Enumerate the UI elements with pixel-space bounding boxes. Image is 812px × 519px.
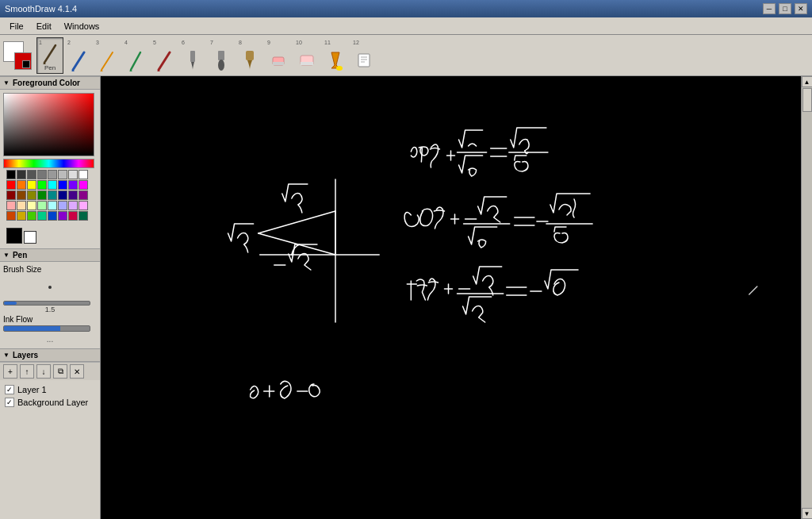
swatch-burnt-orange[interactable] <box>6 211 16 221</box>
swatch-mid-gray[interactable] <box>37 170 47 179</box>
swatch-dark-green[interactable] <box>37 190 47 200</box>
tool-pen-3[interactable]: 3 <box>94 37 121 74</box>
swatch-lime[interactable] <box>27 211 36 221</box>
swatch-red[interactable] <box>6 180 16 190</box>
eraser-icon <box>296 49 318 71</box>
maximize-button[interactable]: □ <box>779 3 791 14</box>
swatch-forest-green[interactable] <box>79 211 88 221</box>
brush-size-track[interactable] <box>3 301 90 306</box>
add-layer-button[interactable]: + <box>3 364 17 379</box>
swatch-dark-gray[interactable] <box>17 170 26 179</box>
ink-flow-bar[interactable] <box>3 325 90 332</box>
drawing-canvas[interactable] <box>101 76 801 519</box>
layer-1-checkbox[interactable]: ✓ <box>5 385 14 394</box>
tool-pen-7[interactable]: 7 <box>208 37 235 74</box>
swatch-pastel-magenta[interactable] <box>79 201 88 210</box>
layer-bg-checkbox[interactable]: ✓ <box>5 398 14 407</box>
color-swatch-display[interactable] <box>3 41 32 70</box>
swatch-cyan[interactable] <box>48 180 57 190</box>
layers-list: ✓ Layer 1 ✓ Background Layer <box>0 380 100 519</box>
tool-pen-6[interactable]: 6 <box>179 37 206 74</box>
swatch-dark-blue[interactable] <box>58 190 67 200</box>
brush-dot <box>48 286 52 289</box>
minimize-button[interactable]: ─ <box>763 3 776 14</box>
menu-file[interactable]: File <box>3 20 30 33</box>
swatch-dark-cyan[interactable] <box>48 190 57 200</box>
swatch-dark-yellow[interactable] <box>27 190 36 200</box>
swatch-dark-violet[interactable] <box>68 190 78 200</box>
swatch-light-gray[interactable] <box>48 170 57 179</box>
tool-pen-9[interactable]: 9 <box>265 37 292 74</box>
swatch-blue[interactable] <box>58 180 67 190</box>
swatch-yellow[interactable] <box>27 180 36 190</box>
swatch-lighter-gray[interactable] <box>58 170 67 179</box>
swatch-pastel-yellow[interactable] <box>27 201 36 210</box>
pen-controls: Brush Size 1.5 Ink Flow ... <box>0 262 100 348</box>
move-layer-up-button[interactable]: ↑ <box>20 364 34 379</box>
svg-rect-13 <box>246 51 254 60</box>
layer-item-1[interactable]: ✓ Layer 1 <box>3 383 97 396</box>
main-area: ▼ Foreground Color <box>0 76 812 519</box>
more-options-button[interactable]: ... <box>3 333 97 345</box>
tool-eraser[interactable]: 10 <box>293 37 320 74</box>
swatch-dark-magenta[interactable] <box>79 190 88 200</box>
swatch-magenta[interactable] <box>79 180 88 190</box>
swatch-near-white[interactable] <box>68 170 78 179</box>
foreground-section-header[interactable]: ▼ Foreground Color <box>0 76 100 90</box>
menubar: File Edit Windows <box>0 17 812 35</box>
color-gradient[interactable] <box>3 93 94 156</box>
scroll-track-vertical <box>802 87 813 508</box>
current-background[interactable] <box>24 231 36 244</box>
titlebar: SmoothDraw 4.1.4 ─ □ ✕ <box>0 0 812 17</box>
canvas-area[interactable] <box>101 76 801 519</box>
svg-point-18 <box>336 66 343 71</box>
swatch-violet[interactable] <box>68 180 78 190</box>
tool-clear[interactable]: 12 <box>350 37 377 74</box>
swatch-royal-blue[interactable] <box>48 211 57 221</box>
svg-rect-17 <box>301 62 313 65</box>
swatch-pastel-red[interactable] <box>6 201 16 210</box>
tool-pen-2[interactable]: 2 <box>65 37 92 74</box>
scroll-down-button[interactable]: ▼ <box>802 508 813 519</box>
swatch-teal[interactable] <box>37 211 47 221</box>
swatch-gold[interactable] <box>17 211 26 221</box>
layer-item-background[interactable]: ✓ Background Layer <box>3 396 97 409</box>
scroll-thumb-vertical[interactable] <box>802 88 812 112</box>
tool-fill[interactable]: 11 <box>322 37 349 74</box>
svg-line-2 <box>73 52 84 70</box>
swatch-dark-red[interactable] <box>6 190 16 200</box>
layers-toolbar: + ↑ ↓ ⧉ ✕ <box>0 362 100 380</box>
swatch-crimson[interactable] <box>68 211 78 221</box>
swatch-row-5 <box>6 211 94 221</box>
hue-bar[interactable] <box>3 159 94 168</box>
menu-edit[interactable]: Edit <box>30 20 58 33</box>
tool-pen-8[interactable]: 8 <box>236 37 263 74</box>
right-scrollbar: ▲ ▼ <box>801 76 812 519</box>
swatch-pastel-orange[interactable] <box>17 201 26 210</box>
pen-section-header[interactable]: ▼ Pen <box>0 248 100 262</box>
swatch-pastel-cyan[interactable] <box>48 201 57 210</box>
swatch-pastel-violet[interactable] <box>68 201 78 210</box>
swatch-orange[interactable] <box>17 180 26 190</box>
scroll-up-button[interactable]: ▲ <box>802 76 813 87</box>
tool-pen-4[interactable]: 4 <box>122 37 149 74</box>
swatch-black[interactable] <box>6 170 16 179</box>
swatch-gray[interactable] <box>27 170 36 179</box>
tool-pen-5[interactable]: 5 <box>151 37 178 74</box>
swatch-dark-orange[interactable] <box>17 190 26 200</box>
foreground-triangle: ▼ <box>3 79 10 86</box>
swatch-row-1 <box>6 170 94 179</box>
layers-section-header[interactable]: ▼ Layers <box>0 348 100 362</box>
move-layer-down-button[interactable]: ↓ <box>36 364 51 379</box>
swatch-purple[interactable] <box>58 211 67 221</box>
swatch-pastel-blue[interactable] <box>58 201 67 210</box>
delete-layer-button[interactable]: ✕ <box>70 364 84 379</box>
swatch-white[interactable] <box>79 170 88 179</box>
tool-pen-1[interactable]: 1 Pen <box>36 37 63 74</box>
duplicate-layer-button[interactable]: ⧉ <box>53 364 67 379</box>
swatch-green[interactable] <box>37 180 47 190</box>
swatch-pastel-green[interactable] <box>37 201 47 210</box>
current-foreground[interactable] <box>6 228 22 244</box>
menu-windows[interactable]: Windows <box>58 20 106 33</box>
close-button[interactable]: ✕ <box>795 3 807 14</box>
